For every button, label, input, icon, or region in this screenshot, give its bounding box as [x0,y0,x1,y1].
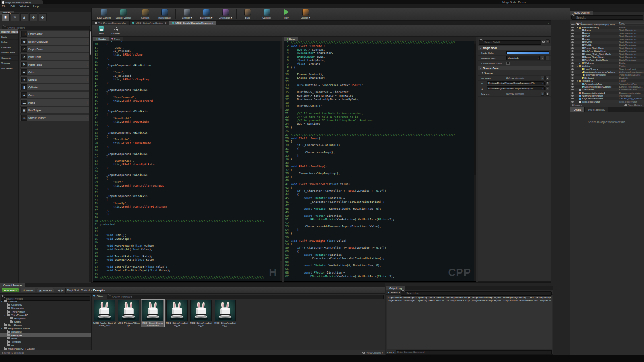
visibility-eye-icon[interactable] [571,53,574,55]
outliner-row-ramp-staticmesh[interactable]: Ramp_StaticMeshStaticMeshActor [570,56,644,58]
placeable-sphere[interactable]: ●Sphere⋮ [20,76,90,83]
placeable-cube[interactable]: ■Cube⋮ [20,68,90,76]
placeable-empty-character[interactable]: ◉Empty Character⋮ [20,38,90,45]
asset-tile-mgc-stringarraysorting-a[interactable]: MGC_StringArraySorting_A [165,300,188,327]
visibility-eye-icon[interactable] [571,33,574,34]
folder-template[interactable]: Template [0,340,91,343]
mode-category-cinematic[interactable]: Cinematic [0,45,18,50]
save-current-button[interactable]: Save Current [94,8,114,19]
tab-world-settings[interactable]: World Settings [585,107,608,112]
outliner-row-spherereflectioncapture[interactable]: SphereReflectionCaptureSphereReflectionC… [570,85,644,88]
script-pane-scrollbar[interactable] [474,41,476,281]
outliner-row-renderfx[interactable]: ▾RenderFXFolder [570,79,644,82]
place-mode-icon[interactable]: ■ [2,13,10,21]
content-browser-tab[interactable]: Content Browser [0,283,25,287]
outliner-row-wall7[interactable]: Wall7StaticMeshActor [570,35,644,38]
source-row[interactable]: ▼Source [478,70,551,76]
element-options-icon[interactable]: ≡ [545,81,549,85]
add-element-icon[interactable]: + [541,76,545,80]
compile-button[interactable]: Compile [257,8,277,19]
forward-arrow-icon[interactable]: ▶ [61,289,63,292]
asset-tile-mgc-simplecharactermovement[interactable]: MGC_SimpleCharacterMovement [141,300,164,327]
import-button[interactable]: ⇓Import [21,288,35,292]
folder-c-classes[interactable]: C++ Classes [0,323,91,327]
asset-tile-mgc-awake-start-update-stop[interactable]: MGC_Awake_Start_Update_Stop [93,300,116,327]
launch-button[interactable]: Launch ▾ [296,8,315,19]
marketplace-button[interactable]: Marketplace [155,8,174,19]
parent-class-combo[interactable]: MagicNode▾ [506,56,540,60]
placeable-cone[interactable]: ▲Cone⋮ [20,91,90,99]
visibility-eye-icon[interactable] [571,92,574,94]
editor-tab-mgc-simplecharactermovement[interactable]: MGC_SimpleCharacterMovement [169,21,216,25]
outliner-row-networkplayerstart[interactable]: NetworkPlayerStartPlayerStart [570,94,644,97]
outliner-row-arenageometry[interactable]: ▾ArenaGeometryFolder [570,26,644,29]
folder-thirdperson[interactable]: ThirdPerson [0,310,91,313]
content-button[interactable]: Content [136,8,155,19]
include-path-combo[interactable]: Runtime/Engine/Classes/Components/InputC… [487,86,545,90]
add-new-button[interactable]: Add New▾ [2,288,19,292]
cb-view-options[interactable]: View Options▾ [362,351,383,354]
details-options-icon[interactable]: ≡ [546,39,550,43]
breadcrumb-root[interactable]: MagicNode Content [67,289,90,292]
editor-tab-mgc-stringarraysorting-c[interactable]: MGC_StringArraySorting_C [130,21,169,25]
visibility-eye-icon[interactable] [571,71,574,73]
browse-to-asset-icon[interactable]: ⌂ [541,56,545,60]
outliner-search-input[interactable] [571,15,643,20]
visibility-eye-icon[interactable] [571,62,574,64]
node-color-swatch[interactable] [506,51,549,54]
pane-tab-script[interactable]: CScript [284,37,298,41]
foliage-mode-icon[interactable]: ♣ [29,13,37,21]
visibility-eye-icon[interactable] [571,68,574,70]
mode-category-all-classes[interactable]: All Classes [0,66,18,71]
outliner-row-documentationactor1[interactable]: DocumentationActor1DocumentationActor [570,91,644,94]
mode-category-recently-placed[interactable]: Recently Placed [0,29,18,35]
play-button[interactable]: Play [277,8,296,19]
outliner-row-rightarm-staticmesh[interactable]: RightArm_StaticMeshStaticMeshActor [570,59,644,62]
folder-mannequin[interactable]: Mannequin [0,306,91,310]
mode-category-geometry[interactable]: Geometry [0,56,18,61]
paint-mode-icon[interactable]: ✎ [11,13,19,21]
visibility-eye-icon[interactable] [571,95,574,97]
visibility-eye-icon[interactable] [571,47,574,49]
element-options-icon[interactable]: ≡ [545,86,549,90]
filter-funnel-icon[interactable] [93,295,95,297]
header-pane-scrollbar[interactable] [280,41,282,281]
back-arrow-icon[interactable]: ◀ [58,289,60,292]
folder-blueprints[interactable]: Blueprints [0,317,91,320]
filters-button[interactable]: Filters [97,294,103,297]
asset-tile-mgc-printlogallstrings[interactable]: MGC_PrintLogAllStrings [117,300,140,327]
visibility-eye-icon[interactable] [571,44,574,46]
outliner-row-wall11[interactable]: Wall11StaticMeshActor [570,44,644,47]
geometry-mode-icon[interactable]: ◆ [39,13,47,21]
settings-button[interactable]: Settings ▾ [177,8,196,19]
outliner-row-wall9[interactable]: Wall9StaticMeshActor [570,38,644,41]
outliner-row-floor[interactable]: FloorStaticMeshActor [570,32,644,35]
placeable-empty-pawn[interactable]: ♙Empty Pawn⋮ [20,45,90,53]
menu-help[interactable]: Help [33,5,39,8]
visibility-eye-icon[interactable] [571,74,574,76]
outliner-row-bump-staticmesh[interactable]: Bump_StaticMeshStaticMeshActor [570,47,644,49]
visibility-eye-icon[interactable] [571,89,574,90]
visibility-eye-icon[interactable] [571,59,574,61]
mode-category-lights[interactable]: Lights [0,40,18,45]
section-magic-node[interactable]: ▼Magic Node [478,46,551,50]
visibility-eye-icon[interactable] [571,50,574,52]
mode-category-volumes[interactable]: Volumes [0,61,18,66]
log-search-input[interactable] [401,291,552,296]
visibility-eye-icon[interactable] [571,86,574,88]
pane-tab-header[interactable]: HHeader [93,37,109,41]
folder-search-input[interactable] [1,296,90,301]
menu-file[interactable]: File [2,5,6,8]
visibility-eye-icon[interactable] [571,39,574,40]
visibility-eye-icon[interactable] [571,35,574,37]
outliner-row-lighting[interactable]: ▾LightingFolder [570,64,644,67]
eye-icon[interactable] [542,41,545,43]
tab-details[interactable]: Details [570,107,585,112]
header-code-editor[interactable]: 29 _InputComponent->BindAction30 {31 "Ju… [93,41,280,281]
folder-magicnode-content[interactable]: ▾MagicNode Content [0,327,91,330]
build-button[interactable]: Build [238,8,257,19]
visibility-eye-icon[interactable] [571,77,574,79]
outliner-row-arena[interactable]: ArenaStaticMeshActor [570,29,644,32]
outliner-row-leftarm-staticmesh[interactable]: LeftArm_StaticMeshStaticMeshActor [570,50,644,53]
outliner-row-atmosphericfog[interactable]: AtmosphericFogAtmosphericFog [570,82,644,85]
